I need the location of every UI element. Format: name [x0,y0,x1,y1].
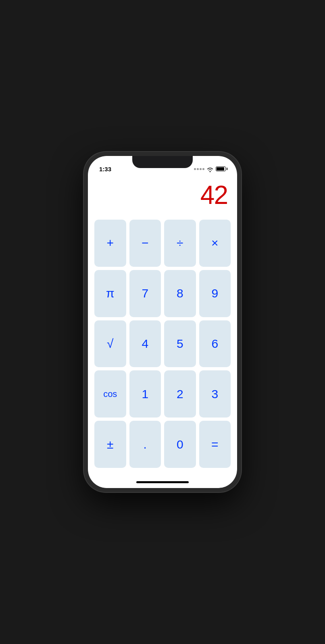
status-icons [194,166,226,171]
phone-frame: 1:33 [84,152,241,492]
button-6[interactable]: 6 [199,320,231,368]
signal-dot-1 [194,168,196,170]
button-3[interactable]: 3 [199,370,231,418]
button-0[interactable]: 0 [164,421,196,468]
button-plusminus[interactable]: ± [94,421,126,468]
status-time: 1:33 [99,166,111,172]
calc-row-5: ± . 0 = [94,421,231,468]
button-4[interactable]: 4 [129,320,161,368]
phone-screen: 1:33 [88,156,237,488]
calc-row-2: π 7 8 9 [94,270,231,317]
battery-fill [217,167,224,170]
button-5[interactable]: 5 [164,320,196,368]
calc-row-3: √ 4 5 6 [94,320,231,368]
display-area: 42 [88,176,237,216]
button-2[interactable]: 2 [164,370,196,418]
button-minus[interactable]: − [129,220,161,267]
button-9[interactable]: 9 [199,270,231,317]
button-plus[interactable]: + [94,220,126,267]
button-dot[interactable]: . [129,421,161,468]
home-indicator [88,476,237,488]
notch [132,156,193,168]
signal-dot-2 [197,168,199,170]
calculator-grid: + − ÷ × π 7 [88,216,237,476]
signal-dot-4 [202,168,204,170]
button-multiply[interactable]: × [199,220,231,267]
button-equals[interactable]: = [199,421,231,468]
home-bar [136,481,189,483]
battery-icon [216,166,226,171]
calc-row-1: + − ÷ × [94,220,231,267]
button-7[interactable]: 7 [129,270,161,317]
button-divide[interactable]: ÷ [164,220,196,267]
display-value: 42 [200,180,227,210]
calc-row-4: cos 1 2 3 [94,370,231,418]
signal-dot-3 [200,168,202,170]
button-1[interactable]: 1 [129,370,161,418]
button-sqrt[interactable]: √ [94,320,126,368]
wifi-icon [207,166,213,171]
button-pi[interactable]: π [94,270,126,317]
button-cos[interactable]: cos [94,370,126,418]
button-8[interactable]: 8 [164,270,196,317]
signal-indicator [194,168,204,170]
